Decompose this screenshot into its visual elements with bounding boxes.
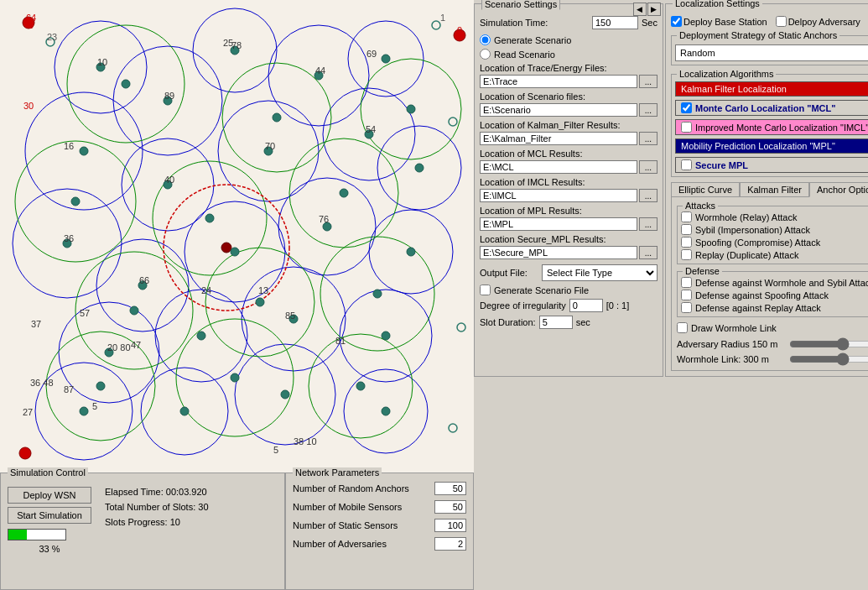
svg-text:76: 76 xyxy=(319,214,329,224)
scenario-nav-prev[interactable]: ◀ xyxy=(633,3,647,16)
kalman-results-input[interactable] xyxy=(480,132,637,145)
mcl-algo-button[interactable]: Monte Carlo Localization "MCL" xyxy=(675,100,868,116)
imcl-algo-button[interactable]: Improved Monte Carlo Localization "IMCL" xyxy=(675,119,868,135)
sim-time-unit: Sec xyxy=(642,18,657,28)
deploy-wsn-button[interactable]: Deploy WSN xyxy=(8,487,91,504)
imcl-results-row: Location of IMCL Results: ... xyxy=(480,177,657,202)
anchors-input[interactable]: 50 xyxy=(434,482,466,495)
slot-duration-input[interactable] xyxy=(539,316,573,329)
smpl-algo-button[interactable]: Secure MPL xyxy=(675,157,868,173)
static-label: Number of Static Sensors xyxy=(293,520,398,530)
svg-point-4 xyxy=(221,243,231,253)
degree-label: Degree of irregularity xyxy=(480,300,566,311)
smpl-label: Secure MPL xyxy=(695,160,748,170)
spoofing-attack-label: Spoofing (Compromise) Attack xyxy=(695,238,820,248)
slot-duration-row: Slot Duration: sec xyxy=(480,316,657,329)
svg-point-61 xyxy=(180,407,189,415)
start-simulation-button[interactable]: Start Simulation xyxy=(8,507,91,524)
wormhole-attack-row: Wormhole (Relay) Attack xyxy=(681,211,868,222)
static-input[interactable]: 100 xyxy=(434,519,466,532)
imcl-results-input[interactable] xyxy=(480,189,637,202)
generate-scenario-file-row: Generate Scenario File xyxy=(480,285,657,295)
mcl-checkbox[interactable] xyxy=(681,102,692,113)
network-params-title: Network Parameters xyxy=(293,467,382,478)
defense-title: Defense xyxy=(683,266,722,276)
kalman-results-row: Location of Kalman_Filter Results: ... xyxy=(480,120,657,145)
svg-text:30: 30 xyxy=(23,101,34,111)
sim-time-label: Simulation Time: xyxy=(480,18,589,28)
svg-point-64 xyxy=(122,80,130,88)
deploy-adversary-checkbox[interactable] xyxy=(776,16,787,27)
kalman-algo-button[interactable]: Kalman Filter Localization xyxy=(675,81,868,97)
smpl-checkbox[interactable] xyxy=(681,159,692,170)
adversaries-input[interactable]: 2 xyxy=(434,537,466,551)
imcl-browse-btn[interactable]: ... xyxy=(639,189,657,202)
tab-anchor[interactable]: Anchor Options xyxy=(809,182,868,197)
svg-text:1: 1 xyxy=(440,13,445,23)
sybil-attack-row: Sybil (Impersonation) Attack xyxy=(681,224,868,235)
defense-panel: Defense Defense against Wormhole and Syb… xyxy=(677,271,868,317)
sim-time-input[interactable] xyxy=(592,16,638,29)
read-scenario-label: Read Scenario xyxy=(494,50,555,60)
wormhole-link-slider[interactable] xyxy=(789,353,868,365)
scenario-browse-btn[interactable]: ... xyxy=(639,103,657,117)
svg-point-69 xyxy=(340,189,348,197)
deploy-strategy-select[interactable]: Random Grid Manual xyxy=(675,44,868,61)
deploy-base-checkbox[interactable] xyxy=(671,16,682,27)
trace-browse-btn[interactable]: ... xyxy=(639,75,657,88)
generate-scenario-file-checkbox[interactable] xyxy=(480,285,491,295)
svg-point-50 xyxy=(415,164,424,172)
sybil-attack-checkbox[interactable] xyxy=(681,224,692,235)
tab-elliptic[interactable]: Elliptic Curve xyxy=(671,182,740,197)
spoofing-attack-checkbox[interactable] xyxy=(681,237,692,248)
trace-input[interactable] xyxy=(480,75,637,88)
mcl-results-input[interactable] xyxy=(480,160,637,174)
secure-mpl-results-input[interactable] xyxy=(480,246,637,259)
generate-scenario-label: Generate Scenario xyxy=(494,35,571,45)
loc-panel-title: Localization Settings xyxy=(673,0,762,8)
output-file-select[interactable]: Select File Type xyxy=(542,264,657,281)
deploy-base-label: Deploy Base Station xyxy=(683,17,767,27)
svg-text:23: 23 xyxy=(47,32,57,42)
defense-wormhole-checkbox[interactable] xyxy=(681,277,692,288)
defense-wormhole-row: Defense against Wormhole and Sybil Attac… xyxy=(681,277,868,288)
sim-control-title: Simulation Control xyxy=(8,467,88,478)
kalman-browse-btn[interactable]: ... xyxy=(639,132,657,145)
secure-mpl-browse-btn[interactable]: ... xyxy=(639,246,657,259)
imcl-label: Improved Monte Carlo Localization "IMCL" xyxy=(695,123,868,133)
imcl-checkbox[interactable] xyxy=(681,122,692,133)
simulation-svg: 64 0 0 1 23 30 10 89 78 44 69 16 40 70 5… xyxy=(0,0,474,466)
defense-replay-checkbox[interactable] xyxy=(681,302,692,313)
sybil-attack-label: Sybil (Impersonation) Attack xyxy=(695,225,810,235)
attacks-title: Attacks xyxy=(683,201,718,211)
mpl-results-row: Location of MPL Results: ... xyxy=(480,206,657,231)
read-scenario-radio[interactable] xyxy=(480,49,491,60)
degree-input[interactable] xyxy=(569,299,603,312)
mpl-browse-btn[interactable]: ... xyxy=(639,217,657,231)
network-parameters-panel: Network Parameters Number of Random Anch… xyxy=(285,473,474,590)
svg-point-73 xyxy=(96,382,105,390)
draw-wormhole-checkbox[interactable] xyxy=(677,322,688,333)
replay-attack-checkbox[interactable] xyxy=(681,249,692,260)
scenario-files-input[interactable] xyxy=(480,103,637,117)
mcl-browse-btn[interactable]: ... xyxy=(639,160,657,174)
svg-text:27: 27 xyxy=(23,407,33,417)
svg-text:70: 70 xyxy=(265,141,275,151)
svg-text:25: 25 xyxy=(223,38,233,48)
scenario-nav-next[interactable]: ▶ xyxy=(647,3,661,16)
output-file-row: Output File: Select File Type xyxy=(480,264,657,281)
svg-text:57: 57 xyxy=(80,308,90,318)
generate-scenario-file-label: Generate Scenario File xyxy=(494,285,589,295)
mpl-algo-button[interactable]: Mobility Prediction Localization "MPL" xyxy=(675,138,868,154)
wormhole-attack-checkbox[interactable] xyxy=(681,211,692,222)
mobile-input[interactable]: 50 xyxy=(434,500,466,514)
tab-kalman[interactable]: Kalman Filter xyxy=(740,182,809,197)
generate-scenario-radio[interactable] xyxy=(480,34,491,45)
defense-spoofing-checkbox[interactable] xyxy=(681,290,692,300)
mpl-results-input[interactable] xyxy=(480,217,637,231)
svg-point-70 xyxy=(130,306,138,315)
svg-text:5: 5 xyxy=(92,401,97,411)
svg-text:0: 0 xyxy=(457,25,462,35)
elapsed-time-value: 00:03.920 xyxy=(166,487,207,497)
adversary-radius-slider[interactable] xyxy=(789,338,868,350)
